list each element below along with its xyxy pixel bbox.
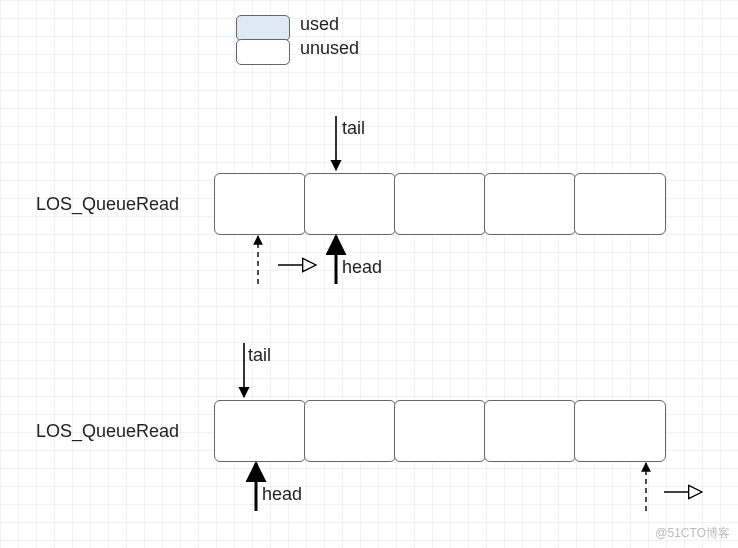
diagram2-cell-1 xyxy=(304,400,396,462)
diagram1-cell-0 xyxy=(214,173,306,235)
diagram2-title: LOS_QueueRead xyxy=(36,421,179,442)
diagram1-cell-1 xyxy=(304,173,396,235)
diagram1-cell-3 xyxy=(484,173,576,235)
diagram1-tail-label: tail xyxy=(342,118,365,139)
diagram2-cell-4 xyxy=(574,400,666,462)
watermark: @51CTO博客 xyxy=(655,525,730,542)
diagram1-title: LOS_QueueRead xyxy=(36,194,179,215)
diagram1-head-label: head xyxy=(342,257,382,278)
diagram2-cell-2 xyxy=(394,400,486,462)
diagram1-cell-4 xyxy=(574,173,666,235)
diagram2-tail-label: tail xyxy=(248,345,271,366)
diagram-layer: used unused LOS_QueueRead tail head LOS_… xyxy=(0,0,738,548)
diagram1-cell-2 xyxy=(394,173,486,235)
legend-label-used: used xyxy=(300,14,339,35)
diagram2-head-label: head xyxy=(262,484,302,505)
legend-swatch-unused xyxy=(236,39,290,65)
legend-swatch-used xyxy=(236,15,290,41)
legend-label-unused: unused xyxy=(300,38,359,59)
diagram2-cell-0 xyxy=(214,400,306,462)
diagram2-cell-3 xyxy=(484,400,576,462)
